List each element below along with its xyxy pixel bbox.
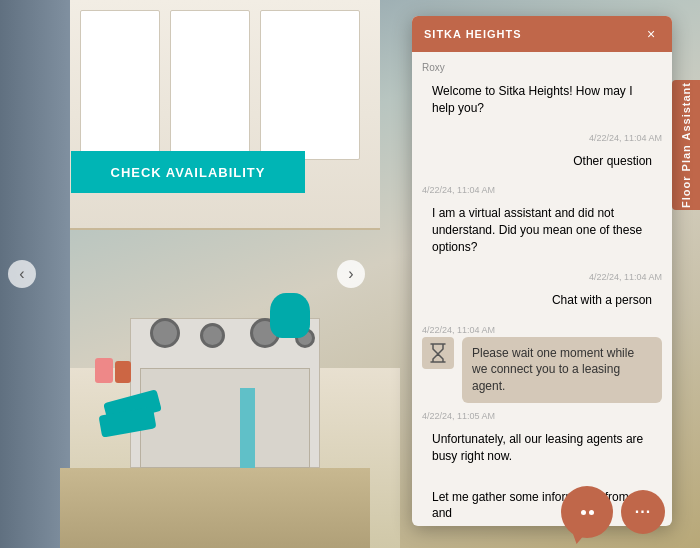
chat-title: SITKA HEIGHTS (424, 28, 522, 40)
bot-timestamp-3: 4/22/24, 11:05 AM (422, 411, 495, 421)
chat-close-button[interactable]: × (642, 25, 660, 43)
message-user-1: 4/22/24, 11:04 AM Other question (422, 133, 662, 178)
dot-1 (581, 510, 586, 515)
bot-sender-name: Roxy (422, 62, 445, 73)
carousel-next-button[interactable]: › (337, 260, 365, 288)
chat-header: SITKA HEIGHTS × (412, 16, 672, 52)
more-dots-label: ··· (635, 503, 651, 521)
dot-2 (589, 510, 594, 515)
floor-plan-tab[interactable]: Floor Plan Assistant (672, 80, 700, 210)
system-bubble: Please wait one moment while we connect … (462, 337, 662, 403)
chat-bottom-buttons: ··· (561, 486, 665, 538)
bot-timestamp-2: 4/22/24, 11:04 AM (422, 185, 495, 195)
user-timestamp-2: 4/22/24, 11:04 AM (589, 272, 662, 282)
message-system-1: 4/22/24, 11:04 AM Please wait one moment… (422, 325, 662, 403)
user-bubble-1: Other question (563, 145, 662, 178)
message-user-2: 4/22/24, 11:04 AM Chat with a person (422, 272, 662, 317)
carousel-prev-button[interactable]: ‹ (8, 260, 36, 288)
message-bot-1: Roxy Welcome to Sitka Heights! How may I… (422, 62, 662, 125)
user-timestamp-1: 4/22/24, 11:04 AM (589, 133, 662, 143)
system-msg: Please wait one moment while we connect … (422, 337, 662, 403)
chat-icon-dots (581, 510, 594, 515)
user-bubble-2: Chat with a person (542, 284, 662, 317)
chat-open-button[interactable] (561, 486, 613, 538)
check-availability-button[interactable]: CHECK AVAILABILITY (71, 151, 305, 193)
bot-bubble-2: I am a virtual assistant and did not und… (422, 197, 662, 263)
chat-panel: SITKA HEIGHTS × Roxy Welcome to Sitka He… (412, 16, 672, 526)
bot-bubble-3: Unfortunately, all our leasing agents ar… (422, 423, 662, 473)
chat-more-button[interactable]: ··· (621, 490, 665, 534)
system-icon (422, 337, 454, 369)
system-timestamp-1: 4/22/24, 11:04 AM (422, 325, 495, 335)
message-bot-2: 4/22/24, 11:04 AM I am a virtual assista… (422, 185, 662, 263)
chat-body[interactable]: Roxy Welcome to Sitka Heights! How may I… (412, 52, 672, 526)
bot-bubble-1: Welcome to Sitka Heights! How may I help… (422, 75, 662, 125)
message-bot-3: 4/22/24, 11:05 AM Unfortunately, all our… (422, 411, 662, 473)
